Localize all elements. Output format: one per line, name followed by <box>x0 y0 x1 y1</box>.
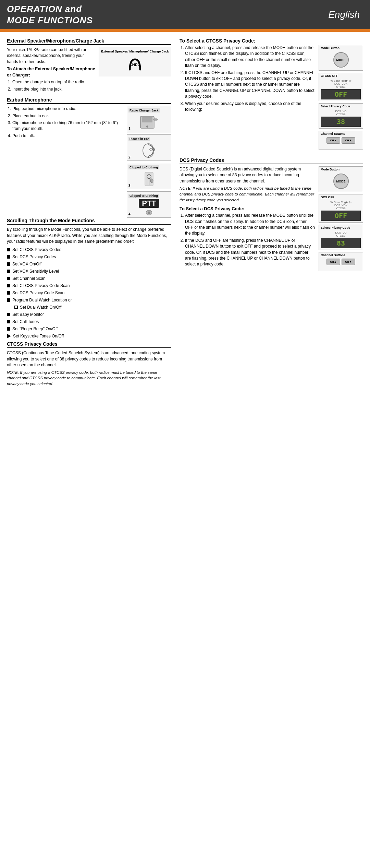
channel-buttons-box: Channel Buttons CH▲ CH▼ <box>319 131 363 150</box>
chrg-icon: CHRG <box>126 56 144 75</box>
header: OPERATION and MODE FUNCTIONS English <box>0 0 370 29</box>
step2-num: 2 <box>128 155 131 159</box>
mode-btn-circle: MODE <box>333 52 349 68</box>
step4-icon: PTT <box>128 199 170 216</box>
dcs-mode-btn-circle: MODE <box>333 174 349 189</box>
step1-num: 1 <box>128 127 131 131</box>
svg-rect-1 <box>142 117 152 122</box>
orange-bar <box>0 29 370 32</box>
list-item: Push to talk. <box>12 133 120 139</box>
ctcss-off-display: W Scan Rog► ▷ DCS VOX CTCSS OFF <box>321 79 361 99</box>
step3-icon <box>128 170 170 188</box>
dcs-select-label: Select Privacy Code <box>321 226 350 229</box>
section-heading-ctcss: CTCSS Privacy Codes <box>7 341 171 348</box>
earbud-step-3: Clipped to Clothing 3 <box>127 163 171 189</box>
right-column: To Select a CTCSS Privacy Code: Mode But… <box>180 38 363 389</box>
channel-down-btn: CH▼ <box>342 137 355 144</box>
dcs-off-display: W Scan Rog► ▷ DCS VOX CTCSS OFF <box>321 201 361 221</box>
dcs-vox-text4: DCS VO <box>321 231 361 234</box>
list-item: Set DCS Privacy Codes <box>7 254 171 260</box>
ctcss-off-lcd: OFF <box>321 89 361 99</box>
clip-svg-3 <box>139 170 159 188</box>
list-item: Set "Roger Beep" On/Off <box>7 326 171 332</box>
ctcss-text-2: CTCSS <box>321 113 361 116</box>
dcs-mode-button-label: Mode Button <box>321 168 340 171</box>
external-speaker-image: External Speaker/ Microphone/ Charge Jac… <box>99 47 171 77</box>
external-speaker-text: Your microTALK® radio can be fitted with… <box>7 47 95 94</box>
radio-charger-svg <box>139 115 159 130</box>
title-line2: MODE FUNCTIONS <box>7 15 93 26</box>
list-item: Open the charge tab on top of the radio. <box>12 79 95 85</box>
earbud-steps-text: Plug earbud microphone into radio. Place… <box>7 106 120 218</box>
select-privacy-lcd: 38 <box>321 117 361 127</box>
mode-button-box: Mode Button MODE <box>319 45 363 71</box>
ptt-clip-svg <box>142 209 156 216</box>
dcs-select-lcd: 83 <box>321 238 361 248</box>
bullet-icon <box>7 262 10 266</box>
channel-buttons-visual: CH▲ CH▼ <box>321 137 361 144</box>
ctcss-select-heading: To Select a CTCSS Privacy Code: <box>180 38 363 44</box>
dcs-select-display: DCS VO CTCSS 83 <box>321 231 361 248</box>
dcs-channel-box: Channel Buttons CH▲ CH▼ <box>319 252 363 271</box>
dcs-ctcss-text2: CTCSS <box>321 234 361 237</box>
list-item: Set Call Tones <box>7 319 171 325</box>
external-speaker-block: Your microTALK® radio can be fitted with… <box>7 47 171 94</box>
select-privacy-label: Select Privacy Code <box>321 105 350 108</box>
step1-icon <box>128 114 170 131</box>
list-item: Insert the plug into the jack. <box>12 86 95 92</box>
ctcss-off-label: CTCSS OFF <box>321 74 338 78</box>
dcs-mode-images: Mode Button MODE DCS OFF W Scan Rog► ▷ D… <box>319 166 363 271</box>
bullet-icon <box>7 298 10 302</box>
earbud-step-2: Placed in Ear 2 <box>127 134 171 161</box>
dcs-off-box: DCS OFF W Scan Rog► ▷ DCS VOX CTCSS OFF <box>319 194 363 223</box>
list-item: Plug earbud microphone into radio. <box>12 106 120 112</box>
bullet-icon <box>7 320 10 323</box>
ear-svg <box>139 142 159 159</box>
ptt-button: PTT <box>139 199 159 208</box>
step3-num: 3 <box>128 184 131 188</box>
attach-steps-list: Open the charge tab on top of the radio.… <box>7 79 95 92</box>
bullet-icon <box>7 270 10 273</box>
dcs-vox-text: DCS VOX <box>321 82 361 85</box>
dcs-off-label: DCS OFF <box>321 195 334 199</box>
earbud-step-4: Clipped to Clothing PTT 4 <box>127 191 171 218</box>
svg-point-12 <box>148 212 150 214</box>
earbud-step-1: Radio Charger Jack 1 <box>127 106 171 132</box>
list-item: Clip microphone onto clothing 76 mm to 1… <box>12 120 120 132</box>
section-heading-mode: Scrolling Through the Mode Functions <box>7 218 171 225</box>
section-mode-functions: Scrolling Through the Mode Functions By … <box>7 218 171 339</box>
ext-img-label: External Speaker/ Microphone/ Charge Jac… <box>101 49 169 53</box>
ctcss-select-section: To Select a CTCSS Privacy Code: Mode But… <box>180 38 363 152</box>
mode-button-visual: MODE <box>321 52 361 68</box>
earbud-block: Plug earbud microphone into radio. Place… <box>7 106 171 218</box>
dcs-channel-buttons-visual: CH▲ CH▼ <box>321 259 361 265</box>
ctcss-body: CTCSS (Continuous Tone Coded Squelch Sys… <box>7 350 171 368</box>
scan-rog-text: W Scan Rog► ▷ <box>321 79 361 82</box>
language-label: English <box>328 9 360 20</box>
header-title: OPERATION and MODE FUNCTIONS <box>7 3 93 26</box>
dcs-mode-button-box: Mode Button MODE <box>319 166 363 192</box>
channel-up-btn: CH▲ <box>326 137 340 144</box>
dcs-heading: DCS Privacy Codes <box>180 157 363 164</box>
svg-rect-3 <box>153 119 158 120</box>
list-item: Set VOX Sensitivity Level <box>7 268 171 274</box>
dcs-channel-up-btn: CH▲ <box>326 259 340 265</box>
mode-button-label: Mode Button <box>321 46 340 50</box>
list-item: Set VOX On/Off <box>7 261 171 267</box>
step3-label: Clipped to Clothing <box>128 165 159 169</box>
left-column: External Speaker/Microphone/Charge Jack … <box>7 38 171 389</box>
dcs-vox-text2: DCS VO <box>321 110 361 113</box>
dcs-mode-button-visual: MODE <box>321 174 361 189</box>
dcs-ctcss-text: CTCSS <box>321 207 361 210</box>
earbud-steps-list: Plug earbud microphone into radio. Place… <box>7 106 120 139</box>
section-heading-earbud: Earbud Microphone <box>7 97 171 104</box>
title-line1: OPERATION and <box>7 3 93 15</box>
dcs-off-lcd: OFF <box>321 211 361 221</box>
list-item: Set CTCSS Privacy Code Scan <box>7 283 171 289</box>
list-item: Set Dual Watch On/Off <box>7 304 171 310</box>
section-earbud: Earbud Microphone Plug earbud microphone… <box>7 97 171 218</box>
dcs-vox-text3: DCS VOX <box>321 204 361 207</box>
svg-point-2 <box>146 126 148 128</box>
mode-functions-list: Set CTCSS Privacy Codes Set DCS Privacy … <box>7 247 171 339</box>
section-heading-external: External Speaker/Microphone/Charge Jack <box>7 38 171 45</box>
